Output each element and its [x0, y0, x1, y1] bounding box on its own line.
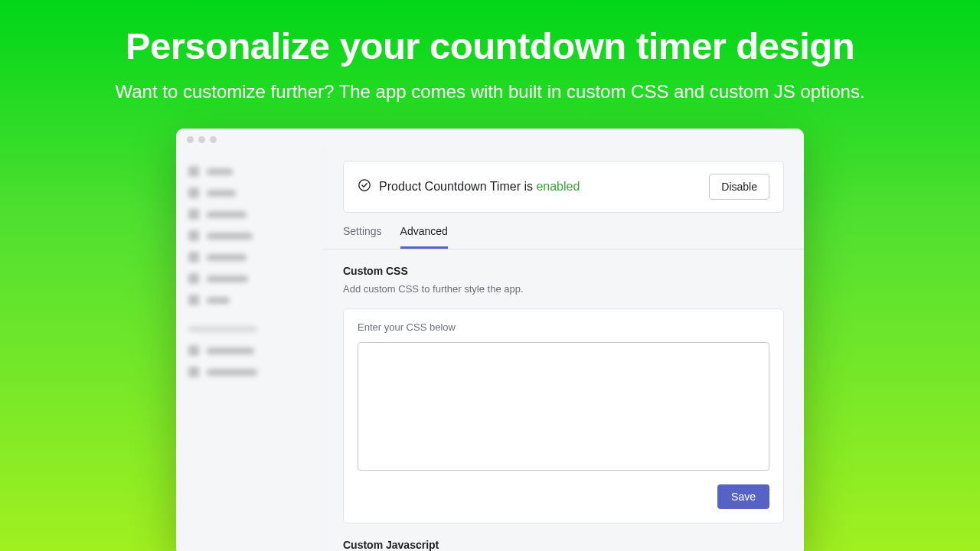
nav-label [207, 190, 236, 197]
css-input-label: Enter your CSS below [358, 321, 769, 333]
tabs: Settings Advanced [323, 213, 804, 249]
hero-title: Personalize your countdown timer design [0, 0, 980, 67]
nav-label [207, 168, 233, 175]
sidebar [176, 150, 323, 551]
status-card: Product Countdown Timer is enabled Disab… [343, 161, 784, 213]
sidebar-item[interactable] [185, 361, 313, 383]
save-button[interactable]: Save [717, 484, 769, 509]
status-left: Product Countdown Timer is enabled [358, 178, 580, 195]
main-content: Product Countdown Timer is enabled Disab… [323, 150, 804, 551]
sidebar-item[interactable] [185, 182, 313, 204]
sidebar-item[interactable] [185, 161, 313, 182]
nav-label [207, 233, 253, 240]
nav-icon [188, 209, 199, 220]
svg-point-0 [359, 180, 370, 191]
sidebar-divider [188, 326, 257, 332]
sidebar-item[interactable] [185, 340, 313, 361]
sidebar-item[interactable] [185, 289, 313, 311]
window-dot-red [187, 136, 194, 143]
sidebar-item[interactable] [185, 246, 313, 268]
status-prefix: Product Countdown Timer is [379, 180, 536, 193]
disable-button[interactable]: Disable [709, 174, 769, 200]
section-custom-css: Custom CSS Add custom CSS to further sty… [323, 249, 804, 295]
nav-icon [188, 252, 199, 262]
browser-window: Product Countdown Timer is enabled Disab… [176, 129, 804, 551]
window-chrome [176, 129, 804, 150]
nav-label [207, 211, 247, 218]
nav-icon [188, 345, 199, 356]
section-title: Custom Javascript [343, 539, 784, 551]
css-card: Enter your CSS below Save [343, 308, 784, 523]
tab-advanced[interactable]: Advanced [400, 225, 448, 249]
nav-icon [188, 187, 199, 198]
nav-icon [188, 230, 199, 241]
nav-label [207, 276, 248, 282]
nav-label [207, 254, 247, 261]
status-text: Product Countdown Timer is enabled [379, 180, 580, 194]
sidebar-item[interactable] [185, 225, 313, 246]
window-dot-yellow [198, 136, 205, 143]
nav-icon [188, 166, 199, 177]
section-title: Custom CSS [343, 265, 784, 277]
sidebar-item[interactable] [185, 204, 313, 225]
save-row: Save [358, 484, 769, 509]
nav-label [207, 347, 254, 354]
status-state: enabled [536, 180, 580, 193]
nav-label [207, 297, 230, 304]
nav-icon [188, 273, 199, 284]
check-circle-icon [358, 178, 371, 195]
section-desc: Add custom CSS to further style the app. [343, 283, 784, 295]
nav-icon [188, 295, 199, 305]
nav-icon [188, 367, 199, 377]
tab-settings[interactable]: Settings [343, 225, 382, 249]
window-body: Product Countdown Timer is enabled Disab… [176, 150, 804, 551]
window-dot-green [210, 136, 217, 143]
sidebar-item[interactable] [185, 268, 313, 289]
hero-subtitle: Want to customize further? The app comes… [0, 81, 980, 103]
css-textarea[interactable] [358, 342, 769, 471]
nav-label [207, 369, 257, 376]
section-custom-js: Custom Javascript Add custom Javascript … [323, 523, 804, 551]
